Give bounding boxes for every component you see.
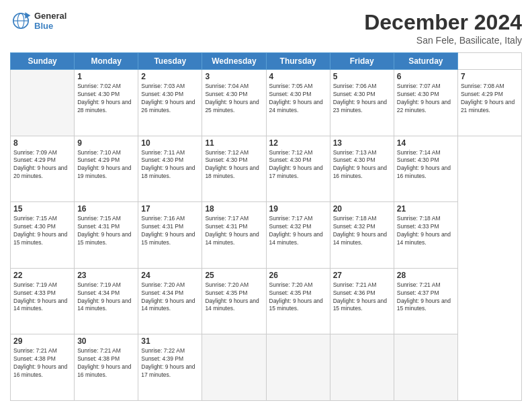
daylight: Daylight: 9 hours and 25 minutes. <box>205 99 259 113</box>
header-row: Sunday Monday Tuesday Wednesday Thursday… <box>11 53 522 70</box>
daylight: Daylight: 9 hours and 21 minutes. <box>461 99 515 113</box>
day-info: Sunrise: 7:17 AM Sunset: 4:32 PM Dayligh… <box>269 215 327 247</box>
daylight: Daylight: 9 hours and 16 minutes. <box>333 165 387 179</box>
day-info: Sunrise: 7:04 AM Sunset: 4:30 PM Dayligh… <box>205 83 263 115</box>
sunset: Sunset: 4:34 PM <box>141 289 183 296</box>
sunrise: Sunrise: 7:15 AM <box>77 215 121 222</box>
subtitle: San Fele, Basilicate, Italy <box>364 35 522 46</box>
col-saturday: Saturday <box>394 53 457 70</box>
sunset: Sunset: 4:32 PM <box>269 223 312 230</box>
sunrise: Sunrise: 7:13 AM <box>333 149 377 156</box>
day-number: 27 <box>333 271 391 280</box>
sunset: Sunset: 4:31 PM <box>205 223 247 230</box>
sunset: Sunset: 4:30 PM <box>333 91 375 97</box>
day-info: Sunrise: 7:21 AM Sunset: 4:38 PM Dayligh… <box>77 347 135 379</box>
day-info: Sunrise: 7:10 AM Sunset: 4:29 PM Dayligh… <box>77 149 135 181</box>
sunset: Sunset: 4:30 PM <box>269 156 312 163</box>
col-thursday: Thursday <box>266 53 330 70</box>
table-cell: 11 Sunrise: 7:12 AM Sunset: 4:30 PM Dayl… <box>202 136 266 202</box>
day-info: Sunrise: 7:08 AM Sunset: 4:29 PM Dayligh… <box>461 83 519 115</box>
sunset: Sunset: 4:30 PM <box>205 91 247 97</box>
daylight: Daylight: 9 hours and 14 minutes. <box>13 298 67 312</box>
day-number: 16 <box>77 204 135 214</box>
daylight: Daylight: 9 hours and 14 minutes. <box>205 298 259 312</box>
table-cell: 8 Sunrise: 7:09 AM Sunset: 4:29 PM Dayli… <box>11 136 75 202</box>
day-number: 11 <box>205 138 263 148</box>
day-info: Sunrise: 7:18 AM Sunset: 4:32 PM Dayligh… <box>333 215 391 247</box>
day-number: 31 <box>141 336 199 346</box>
day-number: 21 <box>397 204 455 214</box>
daylight: Daylight: 9 hours and 16 minutes. <box>77 363 131 378</box>
daylight: Daylight: 9 hours and 15 minutes. <box>333 298 387 312</box>
day-number: 9 <box>77 138 135 148</box>
daylight: Daylight: 9 hours and 14 minutes. <box>397 231 451 246</box>
day-info: Sunrise: 7:17 AM Sunset: 4:31 PM Dayligh… <box>205 215 263 247</box>
sunrise: Sunrise: 7:21 AM <box>397 281 441 288</box>
table-cell: 23 Sunrise: 7:19 AM Sunset: 4:34 PM Dayl… <box>75 268 138 334</box>
daylight: Daylight: 9 hours and 15 minutes. <box>397 298 451 312</box>
sunset: Sunset: 4:33 PM <box>397 223 439 230</box>
daylight: Daylight: 9 hours and 15 minutes. <box>77 231 131 246</box>
sunrise: Sunrise: 7:08 AM <box>461 83 504 89</box>
table-cell: 3 Sunrise: 7:04 AM Sunset: 4:30 PM Dayli… <box>202 70 266 136</box>
day-info: Sunrise: 7:19 AM Sunset: 4:34 PM Dayligh… <box>77 281 135 314</box>
table-cell: 16 Sunrise: 7:15 AM Sunset: 4:31 PM Dayl… <box>75 202 138 269</box>
day-info: Sunrise: 7:05 AM Sunset: 4:30 PM Dayligh… <box>269 83 327 115</box>
day-info: Sunrise: 7:19 AM Sunset: 4:33 PM Dayligh… <box>13 281 71 314</box>
daylight: Daylight: 9 hours and 14 minutes. <box>77 298 131 312</box>
sunrise: Sunrise: 7:21 AM <box>333 281 377 288</box>
table-cell: 6 Sunrise: 7:07 AM Sunset: 4:30 PM Dayli… <box>394 70 457 136</box>
week-row-4: 22 Sunrise: 7:19 AM Sunset: 4:33 PM Dayl… <box>11 268 522 334</box>
logo: General Blue <box>10 10 66 32</box>
daylight: Daylight: 9 hours and 22 minutes. <box>397 99 451 113</box>
sunset: Sunset: 4:30 PM <box>397 156 439 163</box>
table-cell: 14 Sunrise: 7:14 AM Sunset: 4:30 PM Dayl… <box>394 136 457 202</box>
sunrise: Sunrise: 7:15 AM <box>13 215 57 222</box>
table-cell: 31 Sunrise: 7:22 AM Sunset: 4:39 PM Dayl… <box>138 334 202 401</box>
sunrise: Sunrise: 7:17 AM <box>269 215 313 222</box>
daylight: Daylight: 9 hours and 17 minutes. <box>269 165 323 179</box>
table-cell: 12 Sunrise: 7:12 AM Sunset: 4:30 PM Dayl… <box>266 136 330 202</box>
day-number: 7 <box>461 72 519 81</box>
day-info: Sunrise: 7:06 AM Sunset: 4:30 PM Dayligh… <box>333 83 391 115</box>
table-cell: 15 Sunrise: 7:15 AM Sunset: 4:30 PM Dayl… <box>11 202 75 269</box>
sunset: Sunset: 4:39 PM <box>141 355 183 362</box>
col-wednesday: Wednesday <box>202 53 266 70</box>
sunset: Sunset: 4:34 PM <box>77 289 120 296</box>
daylight: Daylight: 9 hours and 15 minutes. <box>13 231 67 246</box>
day-number: 24 <box>141 271 199 280</box>
day-info: Sunrise: 7:07 AM Sunset: 4:30 PM Dayligh… <box>397 83 455 115</box>
sunrise: Sunrise: 7:10 AM <box>77 149 121 156</box>
sunrise: Sunrise: 7:21 AM <box>13 347 57 354</box>
day-number: 6 <box>397 72 455 81</box>
calendar-table: Sunday Monday Tuesday Wednesday Thursday… <box>10 52 522 401</box>
daylight: Daylight: 9 hours and 28 minutes. <box>77 99 131 113</box>
day-info: Sunrise: 7:12 AM Sunset: 4:30 PM Dayligh… <box>269 149 327 181</box>
day-info: Sunrise: 7:21 AM Sunset: 4:37 PM Dayligh… <box>397 281 455 314</box>
sunrise: Sunrise: 7:20 AM <box>205 281 249 288</box>
sunrise: Sunrise: 7:18 AM <box>397 215 441 222</box>
sunset: Sunset: 4:30 PM <box>333 156 375 163</box>
table-cell: 20 Sunrise: 7:18 AM Sunset: 4:32 PM Dayl… <box>330 202 394 269</box>
daylight: Daylight: 9 hours and 24 minutes. <box>269 99 323 113</box>
day-info: Sunrise: 7:20 AM Sunset: 4:35 PM Dayligh… <box>205 281 263 314</box>
sunset: Sunset: 4:36 PM <box>333 289 375 296</box>
day-info: Sunrise: 7:20 AM Sunset: 4:34 PM Dayligh… <box>141 281 199 314</box>
sunrise: Sunrise: 7:19 AM <box>13 281 57 288</box>
table-cell: 26 Sunrise: 7:20 AM Sunset: 4:35 PM Dayl… <box>266 268 330 334</box>
day-info: Sunrise: 7:03 AM Sunset: 4:30 PM Dayligh… <box>141 83 199 115</box>
sunset: Sunset: 4:31 PM <box>77 223 120 230</box>
day-number: 10 <box>141 138 199 148</box>
daylight: Daylight: 9 hours and 26 minutes. <box>141 99 195 113</box>
day-number: 17 <box>141 204 199 214</box>
daylight: Daylight: 9 hours and 18 minutes. <box>205 165 259 179</box>
table-cell: 30 Sunrise: 7:21 AM Sunset: 4:38 PM Dayl… <box>75 334 138 401</box>
day-number: 29 <box>13 336 71 346</box>
col-tuesday: Tuesday <box>138 53 202 70</box>
table-cell <box>202 334 266 401</box>
day-info: Sunrise: 7:12 AM Sunset: 4:30 PM Dayligh… <box>205 149 263 181</box>
table-cell: 25 Sunrise: 7:20 AM Sunset: 4:35 PM Dayl… <box>202 268 266 334</box>
logo-icon <box>10 10 32 32</box>
day-info: Sunrise: 7:16 AM Sunset: 4:31 PM Dayligh… <box>141 215 199 247</box>
day-info: Sunrise: 7:22 AM Sunset: 4:39 PM Dayligh… <box>141 347 199 379</box>
